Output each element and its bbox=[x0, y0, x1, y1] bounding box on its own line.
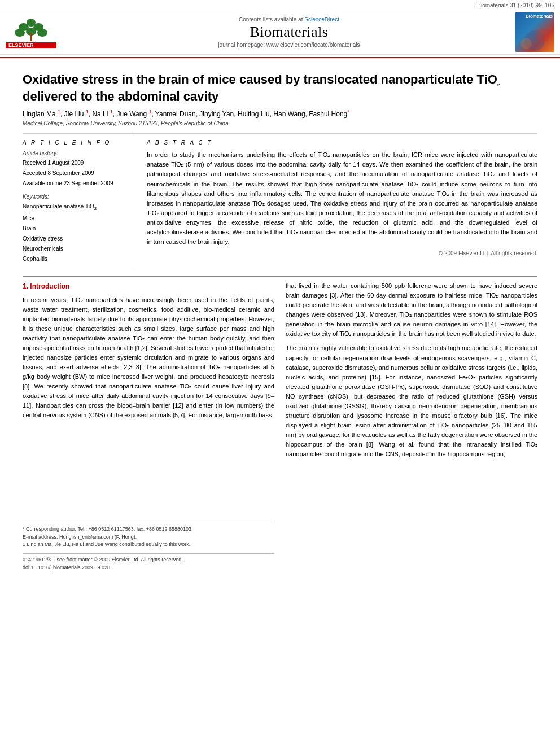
sciencedirect-info: Contents lists available at ScienceDirec… bbox=[63, 16, 515, 23]
body-two-columns: 1. Introduction In recent years, TiO₂ na… bbox=[23, 281, 537, 572]
issn-line: 0142-9612/$ – see front matter © 2009 El… bbox=[23, 556, 274, 564]
article-info-column: A R T I C L E I N F O Article history: R… bbox=[23, 134, 135, 270]
asterisk-note: * Corresponding author. Tel.: +86 0512 6… bbox=[23, 526, 274, 534]
accepted-date: Accepted 8 September 2009 bbox=[23, 169, 126, 178]
abstract-text: In order to study the mechanisms underly… bbox=[147, 150, 537, 246]
journal-header: Biomaterials 31 (2010) 99–105 bbox=[0, 0, 560, 58]
footer-divider bbox=[23, 522, 274, 526]
article-content: Oxidative stress in the brain of mice ca… bbox=[0, 58, 560, 578]
keyword-3: Brain bbox=[23, 224, 126, 233]
abstract-heading: A B S T R A C T bbox=[147, 139, 537, 146]
footer-notes: * Corresponding author. Tel.: +86 0512 6… bbox=[23, 526, 274, 549]
intro-section-title: 1. Introduction bbox=[23, 281, 274, 292]
sciencedirect-link-text[interactable]: ScienceDirect bbox=[304, 16, 339, 23]
sup1-note: 1 Linglan Ma, Jie Liu, Na Li and Jue Wan… bbox=[23, 541, 274, 549]
svg-point-12 bbox=[536, 28, 550, 42]
keyword-2: Mice bbox=[23, 214, 126, 223]
right-paragraph-2: The brain is highly vulnerable to oxidat… bbox=[286, 343, 537, 459]
history-label: Article history: bbox=[23, 150, 126, 156]
received-date: Received 1 August 2009 bbox=[23, 159, 126, 168]
article-info-heading: A R T I C L E I N F O bbox=[23, 139, 126, 146]
email-note: E-mail address: Hongfish_cn@sina.com (F.… bbox=[23, 534, 274, 541]
svg-text:ELSEVIER: ELSEVIER bbox=[8, 42, 34, 48]
svg-point-13 bbox=[520, 38, 532, 49]
footer-bottom: 0142-9612/$ – see front matter © 2009 El… bbox=[23, 553, 274, 572]
footer-area: * Corresponding author. Tel.: +86 0512 6… bbox=[23, 522, 274, 571]
journal-top-bar: Biomaterials 31 (2010) 99–105 bbox=[0, 0, 560, 10]
body-left-column: 1. Introduction In recent years, TiO₂ na… bbox=[23, 281, 274, 572]
intro-paragraph-1: In recent years, TiO₂ nanoparticles have… bbox=[23, 295, 274, 421]
svg-point-7 bbox=[37, 29, 47, 37]
keyword-5: Neurochemicals bbox=[23, 244, 126, 254]
svg-point-5 bbox=[15, 29, 25, 37]
journal-homepage: journal homepage: www.elsevier.com/locat… bbox=[63, 42, 515, 48]
cover-label: Biomaterials bbox=[524, 12, 554, 20]
elsevier-logo: ELSEVIER bbox=[6, 17, 56, 48]
keyword-6: Cephalitis bbox=[23, 255, 126, 264]
journal-banner: ELSEVIER Contents lists available at Sci… bbox=[0, 10, 560, 55]
svg-rect-8 bbox=[30, 33, 32, 41]
page-wrapper: Biomaterials 31 (2010) 99–105 bbox=[0, 0, 560, 578]
available-date: Available online 23 September 2009 bbox=[23, 179, 126, 188]
keyword-1: Nanoparticulate anatase TiO2 bbox=[23, 202, 126, 213]
body-right-column: that lived in the water containing 500 p… bbox=[286, 281, 537, 572]
doi-line: doi:10.1016/j.biomaterials.2009.09.028 bbox=[23, 564, 274, 572]
article-meta-section: A R T I C L E I N F O Article history: R… bbox=[23, 133, 537, 270]
keyword-4: Oxidative stress bbox=[23, 234, 126, 243]
authors-line: Linglan Ma 1, Jie Liu 1, Na Li 1, Jue Wa… bbox=[23, 109, 537, 118]
body-divider bbox=[23, 276, 537, 277]
keywords-label: Keywords: bbox=[23, 194, 126, 200]
journal-citation: Biomaterials 31 (2010) 99–105 bbox=[477, 2, 554, 8]
keywords-section: Keywords: Nanoparticulate anatase TiO2 M… bbox=[23, 194, 126, 264]
abstract-column: A B S T R A C T In order to study the me… bbox=[135, 134, 537, 270]
contents-label: Contents lists available at bbox=[239, 16, 303, 23]
journal-title: Biomaterials bbox=[63, 24, 515, 41]
article-title: Oxidative stress in the brain of mice ca… bbox=[23, 72, 537, 104]
affiliation: Medical College, Soochow University, Suz… bbox=[23, 120, 537, 126]
copyright-line: © 2009 Elsevier Ltd. All rights reserved… bbox=[147, 250, 537, 256]
journal-center: Contents lists available at ScienceDirec… bbox=[63, 16, 515, 48]
journal-cover-image: Biomaterials bbox=[515, 12, 554, 52]
right-paragraph-1: that lived in the water containing 500 p… bbox=[286, 281, 537, 339]
